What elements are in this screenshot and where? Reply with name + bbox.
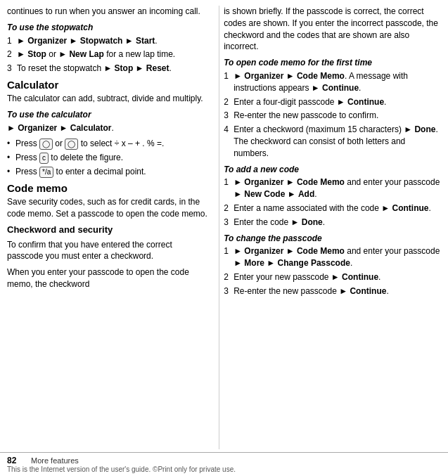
calculator-bullets: • Press ◯ or ◯ to select ÷ x – + . % =. …	[7, 138, 210, 177]
calculator-intro: The calculator can add, subtract, divide…	[7, 93, 210, 105]
add-code-steps: 1 ► Organizer ► Code Memo and enter your…	[224, 176, 441, 228]
page: continues to run when you answer an inco…	[0, 0, 448, 476]
stopwatch-section-title: To use the stopwatch	[7, 22, 210, 34]
footer-note: This is the Internet version of the user…	[7, 465, 441, 473]
stopwatch-steps: 1 ► Organizer ► Stopwatch ► Start. 2 ► S…	[7, 35, 210, 75]
open-code-step-2: 2 Enter a four-digit passcode ► Continue…	[224, 96, 441, 108]
add-code-step-1: 1 ► Organizer ► Code Memo and enter your…	[224, 176, 441, 200]
checkword-text1: To confirm that you have entered the cor…	[7, 239, 210, 263]
change-passcode-step-3: 3 Re-enter the new passcode ► Continue.	[224, 285, 441, 297]
add-code-title: To add a new code	[224, 164, 441, 176]
calc-bullet-1: • Press ◯ or ◯ to select ÷ x – + . % =.	[7, 138, 210, 150]
open-code-step-1: 1 ► Organizer ► Code Memo. A message wit…	[224, 70, 441, 94]
change-passcode-step-2: 2 Enter your new passcode ► Continue.	[224, 271, 441, 283]
open-code-title: To open code memo for the first time	[224, 57, 441, 69]
open-code-step-4: 4 Enter a checkword (maximum 15 characte…	[224, 124, 441, 159]
stopwatch-step-2: 2 ► Stop or ► New Lap for a new lap time…	[7, 49, 210, 60]
code-memo-intro: Save security codes, such as for credit …	[7, 196, 210, 220]
change-passcode-step-1: 1 ► Organizer ► Code Memo and enter your…	[224, 245, 441, 269]
add-code-step-2: 2 Enter a name associated with the code …	[224, 202, 441, 214]
scroll-key-icon: ◯	[39, 139, 53, 150]
open-code-steps: 1 ► Organizer ► Code Memo. A message wit…	[224, 70, 441, 160]
stopwatch-step-3: 3 To reset the stopwatch ► Stop ► Reset.	[7, 63, 210, 75]
checkword-text2: When you enter your passcode to open the…	[7, 266, 210, 290]
left-column: continues to run when you answer an inco…	[7, 6, 219, 449]
code-memo-heading: Code memo	[7, 182, 210, 194]
footer: 82 More features This is the Internet ve…	[0, 452, 448, 476]
c-key-icon: c	[39, 153, 49, 164]
add-code-step-3: 3 Enter the code ► Done.	[224, 217, 441, 229]
change-passcode-title: To change the passcode	[224, 233, 441, 245]
content-area: continues to run when you answer an inco…	[0, 0, 448, 452]
stopwatch-intro: continues to run when you answer an inco…	[7, 6, 210, 18]
open-code-step-3: 3 Re-enter the new passcode to confirm.	[224, 110, 441, 122]
scroll-key-icon2: ◯	[65, 139, 78, 150]
footer-line1: 82 More features	[7, 456, 441, 465]
stopwatch-step-1: 1 ► Organizer ► Stopwatch ► Start.	[7, 35, 210, 47]
calculator-heading: Calculator	[7, 79, 210, 91]
use-calculator-step: ► Organizer ► Calculator.	[7, 122, 210, 134]
right-first-para: is shown briefly. If the passcode is cor…	[224, 6, 441, 53]
star-key-icon: */a	[39, 167, 53, 178]
right-column: is shown briefly. If the passcode is cor…	[219, 6, 441, 449]
calc-bullet-3: • Press */a to enter a decimal point.	[7, 166, 210, 178]
footer-inner: 82 More features This is the Internet ve…	[7, 456, 441, 473]
footer-main-text: More features	[31, 456, 79, 465]
checkword-heading: Checkword and security	[7, 224, 210, 236]
page-number: 82	[7, 456, 27, 465]
change-passcode-steps: 1 ► Organizer ► Code Memo and enter your…	[224, 245, 441, 297]
use-calculator-title: To use the calculator	[7, 109, 210, 121]
calc-bullet-2: • Press c to delete the figure.	[7, 152, 210, 164]
